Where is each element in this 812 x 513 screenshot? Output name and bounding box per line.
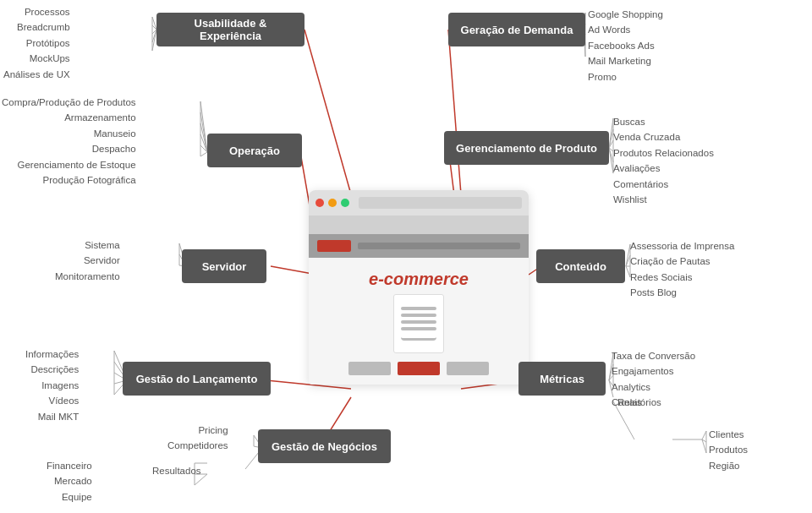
receipt-icon [393,294,444,353]
pricing-labels: Pricing Competidores [167,423,228,454]
svg-line-17 [200,112,207,152]
browser-bottom-blocks [348,362,489,375]
bottom-block-2 [398,362,440,375]
svg-line-21 [200,152,207,156]
svg-line-4 [330,397,351,431]
maximize-dot [341,199,349,207]
servidor-box: Servidor [182,249,266,283]
svg-line-5 [448,30,461,194]
browser-nav [309,216,529,234]
resultados-label: Resultados [152,463,201,478]
svg-line-16 [200,101,207,152]
geracao-demanda-box: Geração de Demanda [448,13,585,46]
receipt-line-4 [401,327,436,330]
receipt-line-3 [401,320,436,324]
relatorios-label: Relatórios [617,395,661,410]
financeiro-labels: Financeiro Mercado Equipe [47,458,92,505]
processos-group: Processos Breadcrumb Protótipos MockUps … [3,4,70,82]
browser-mockup: e-commerce [309,190,529,385]
gestao-negocios-box: Gestão de Negócios [258,429,391,463]
header-nav-bar [358,243,520,249]
gerenciamento-produto-labels: Buscas Venda Cruzada Produtos Relacionad… [613,114,714,207]
svg-line-0 [304,30,351,194]
svg-line-65 [702,431,706,439]
gerenciamento-produto-box: Gerenciamento de Produto [444,131,609,165]
gestao-lancamento-labels: Informações Descrições Imagens Vídeos Ma… [25,347,79,424]
receipt-bottom [401,334,436,341]
receipt-line-2 [401,314,436,317]
browser-body: e-commerce [309,234,529,385]
ecommerce-title: e-commerce [369,270,469,289]
conteudo-labels: Assessoria de Imprensa Criação de Pautas… [630,238,734,301]
gestao-lancamento-box: Gestão do Lançamento [123,362,271,396]
site-header-bar [309,234,529,258]
conteudo-box: Conteúdo [536,249,625,283]
relatorios-sub-labels: Clientes Produtos Região [709,427,748,473]
url-bar [359,197,522,209]
operacao-box: Operação [207,134,302,167]
servidor-labels: Sistema Servidor Monitoramento [55,237,120,284]
svg-line-67 [702,439,706,453]
close-dot [315,199,324,207]
svg-line-20 [200,145,207,152]
mind-map: e-commerce Usabilidade & Experiência Ope… [0,0,812,513]
receipt-line-1 [401,307,436,310]
svg-line-66 [702,439,706,442]
svg-line-18 [200,123,207,152]
bottom-block-3 [447,362,489,375]
minimize-dot [328,199,337,207]
svg-line-19 [200,134,207,152]
usabilidade-box: Usabilidade & Experiência [156,13,304,46]
header-logo-block [317,240,351,252]
bottom-block-1 [348,362,391,375]
metricas-box: Métricas [518,362,606,396]
geracao-demanda-labels: Google Shopping Ad Words Facebooks Ads M… [588,7,663,85]
browser-titlebar [309,190,529,216]
operacao-labels: Compra/Produção de Produtos Armazenament… [2,95,136,188]
